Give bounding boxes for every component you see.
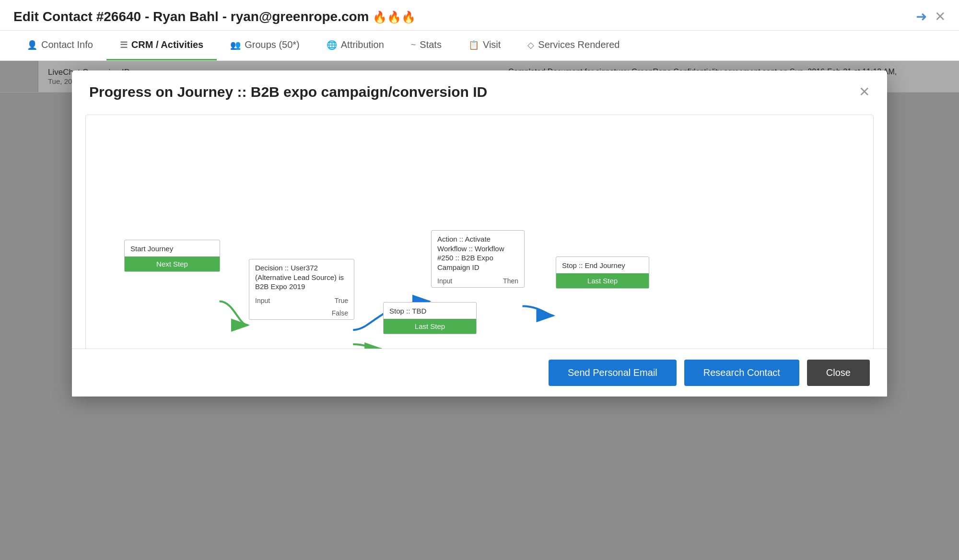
header-actions: ➜ ✕ bbox=[916, 9, 946, 24]
journey-diagram: Start Journey Next Step Decision :: User… bbox=[85, 115, 874, 383]
tab-attribution[interactable]: 🌐 Attribution bbox=[313, 31, 398, 60]
node-start-journey: Start Journey Next Step bbox=[124, 240, 220, 272]
navigate-arrow-icon[interactable]: ➜ bbox=[916, 9, 927, 24]
modal-header: Progress on Journey :: B2B expo campaign… bbox=[72, 70, 887, 110]
services-icon: ◇ bbox=[527, 40, 534, 50]
flame-icons: 🔥🔥🔥 bbox=[373, 11, 416, 23]
node-action-header: Action :: Activate Workflow :: Workflow … bbox=[432, 231, 524, 275]
nav-tabs: 👤 Contact Info ☰ CRM / Activities 👥 Grou… bbox=[0, 31, 959, 61]
send-personal-email-button[interactable]: Send Personal Email bbox=[549, 360, 677, 386]
node-stop-end-btn[interactable]: Last Step bbox=[556, 273, 649, 288]
tab-stats[interactable]: ~ Stats bbox=[398, 31, 455, 60]
node-stop-tbd: Stop :: TBD Last Step bbox=[383, 302, 477, 334]
research-contact-button[interactable]: Research Contact bbox=[684, 360, 799, 386]
node-start-header: Start Journey bbox=[125, 240, 220, 257]
modal-title: Progress on Journey :: B2B expo campaign… bbox=[89, 84, 487, 100]
tab-services-rendered[interactable]: ◇ Services Rendered bbox=[514, 31, 633, 60]
node-decision: Decision :: User372 (Alternative Lead So… bbox=[249, 259, 354, 320]
tab-visit[interactable]: 📋 Visit bbox=[455, 31, 514, 60]
user-icon: 👤 bbox=[27, 40, 37, 50]
node-decision-false-label: False bbox=[249, 307, 354, 319]
modal-close-icon[interactable]: ✕ bbox=[859, 85, 870, 99]
globe-icon: 🌐 bbox=[327, 40, 337, 50]
journey-modal: Progress on Journey :: B2B expo campaign… bbox=[72, 70, 887, 397]
node-stop-tbd-btn[interactable]: Last Step bbox=[384, 319, 476, 334]
modal-overlay: Progress on Journey :: B2B expo campaign… bbox=[0, 61, 959, 560]
modal-footer: Send Personal Email Research Contact Clo… bbox=[72, 349, 887, 397]
node-decision-labels: Input True bbox=[249, 294, 354, 307]
content-area: LiveChat Campaign ID Tue, 2020-Jan-14 at… bbox=[0, 61, 959, 560]
tab-groups[interactable]: 👥 Groups (50*) bbox=[217, 31, 313, 60]
node-action: Action :: Activate Workflow :: Workflow … bbox=[431, 230, 525, 288]
close-button[interactable]: Close bbox=[807, 360, 870, 386]
page-header: Edit Contact #26640 - Ryan Bahl - ryan@g… bbox=[0, 0, 959, 31]
page-title: Edit Contact #26640 - Ryan Bahl - ryan@g… bbox=[13, 9, 416, 24]
main-container: Edit Contact #26640 - Ryan Bahl - ryan@g… bbox=[0, 0, 959, 560]
header-close-icon[interactable]: ✕ bbox=[935, 9, 946, 24]
node-stop-end-header: Stop :: End Journey bbox=[556, 257, 649, 273]
node-action-labels: Input Then bbox=[432, 275, 524, 287]
node-stop-tbd-header: Stop :: TBD bbox=[384, 303, 476, 319]
visit-icon: 📋 bbox=[468, 40, 479, 50]
stats-icon: ~ bbox=[411, 40, 416, 50]
tab-contact-info[interactable]: 👤 Contact Info bbox=[13, 31, 106, 60]
crm-icon: ☰ bbox=[120, 40, 128, 50]
node-stop-end-journey: Stop :: End Journey Last Step bbox=[556, 257, 649, 289]
groups-icon: 👥 bbox=[230, 40, 241, 50]
tab-crm-activities[interactable]: ☰ CRM / Activities bbox=[106, 31, 217, 60]
node-decision-header: Decision :: User372 (Alternative Lead So… bbox=[249, 259, 354, 294]
node-start-btn[interactable]: Next Step bbox=[125, 257, 220, 271]
